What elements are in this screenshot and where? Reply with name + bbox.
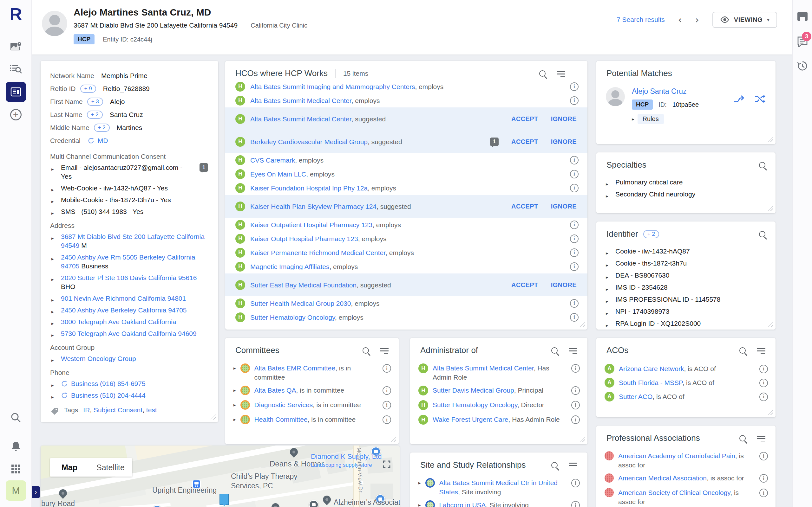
profile-view-active-icon[interactable] [6, 82, 26, 102]
hco-link[interactable]: Wake Forest Urgent Care [433, 416, 508, 423]
search-icon[interactable] [551, 347, 558, 354]
map-poi-label[interactable]: Diamond K Supply, Ltd [311, 452, 382, 461]
ignore-button[interactable]: IGNORE [551, 203, 577, 210]
committee-link[interactable]: Alta Bates EMR Committee [254, 364, 336, 372]
bookmark-tab-icon[interactable] [796, 10, 809, 23]
map-bank-pin[interactable] [309, 500, 318, 507]
viewing-mode-button[interactable]: VIEWING ▾ [712, 12, 777, 28]
hco-link[interactable]: Sutter Health Medical Group 2030 [250, 300, 351, 307]
info-icon[interactable] [570, 234, 578, 243]
aco-link[interactable]: South Florida - MSSP [619, 379, 682, 386]
accept-button[interactable]: ACCEPT [511, 115, 538, 123]
resize-handle[interactable] [768, 206, 773, 211]
map-pin[interactable] [270, 502, 281, 507]
notifications-bell-icon[interactable] [9, 439, 23, 453]
expand-chevron-icon[interactable]: ▸ [234, 388, 236, 393]
expand-chevron-icon[interactable]: ▸ [51, 255, 54, 263]
info-icon[interactable] [570, 221, 578, 229]
search-list-icon[interactable] [9, 62, 23, 76]
info-icon[interactable] [383, 401, 391, 409]
committee-link[interactable]: Alta Bates QA [254, 387, 296, 394]
match-name-link[interactable]: Alejo Santa Cruz [632, 87, 734, 96]
expand-chevron-icon[interactable]: ▸ [51, 331, 54, 340]
aco-link[interactable]: Arizona Care Network [619, 365, 684, 372]
comment-count-badge[interactable]: 1 [200, 163, 208, 172]
expand-chevron-icon[interactable]: ▸ [606, 179, 608, 189]
expand-panel-button[interactable]: › [32, 486, 40, 498]
committee-link[interactable]: Health Committee [254, 416, 308, 423]
info-icon[interactable] [570, 184, 578, 192]
search-icon[interactable] [362, 347, 369, 354]
tag-link[interactable]: IR [83, 406, 90, 413]
expand-chevron-icon[interactable]: ▸ [234, 402, 236, 408]
expand-chevron-icon[interactable]: ▸ [51, 356, 54, 365]
expand-chevron-icon[interactable]: ▸ [234, 365, 236, 371]
info-icon[interactable] [383, 415, 391, 424]
merge-icon[interactable] [734, 94, 745, 124]
info-icon[interactable] [759, 452, 768, 460]
filter-icon[interactable] [557, 71, 565, 76]
expand-chevron-icon[interactable]: ▸ [234, 417, 236, 422]
hco-link[interactable]: Sutter Davis Medical Group [433, 387, 514, 394]
info-icon[interactable] [570, 299, 578, 308]
rules-toggle[interactable]: Rules [638, 114, 664, 124]
sources-count-badge[interactable]: + 2 [94, 124, 110, 132]
account-group-link[interactable]: Western Oncology Group [61, 355, 136, 362]
info-icon[interactable] [571, 479, 580, 487]
filter-icon[interactable] [757, 435, 765, 441]
sidebar-search-icon[interactable] [9, 411, 23, 425]
expand-chevron-icon[interactable]: ▸ [606, 248, 608, 258]
expand-chevron-icon[interactable]: ▸ [606, 191, 608, 201]
hco-link[interactable]: CVS Caremark [250, 157, 295, 164]
info-icon[interactable] [759, 474, 768, 483]
info-icon[interactable] [571, 415, 580, 424]
info-icon[interactable] [571, 386, 580, 395]
hco-link[interactable]: Eyes On Main LLC [250, 170, 306, 178]
add-entity-icon[interactable]: + [9, 108, 23, 122]
info-icon[interactable] [570, 248, 578, 257]
hco-link[interactable]: Kaiser Outpatient Hospital Pharmacy 123 [250, 221, 372, 228]
accept-button[interactable]: ACCEPT [511, 281, 538, 289]
site-link[interactable]: Labcorp in USA [439, 501, 486, 507]
hco-link[interactable]: Magnetic Imaging Affiliates [250, 263, 329, 270]
sources-count-badge[interactable]: + 3 [87, 98, 103, 106]
expand-chevron-icon[interactable]: ▸ [51, 393, 54, 401]
hco-link[interactable]: Berkeley Cardiovascular Medical Group [250, 138, 368, 146]
association-link[interactable]: American Academy of Craniofacial Pain [618, 452, 735, 459]
expand-chevron-icon[interactable]: ▸ [418, 480, 421, 486]
expand-chevron-icon[interactable]: ▸ [51, 307, 54, 316]
association-link[interactable]: American Medical Association [618, 474, 707, 482]
map-poi-label[interactable]: Alzheimer's Association [334, 498, 400, 507]
address-link[interactable]: 901 Nevin Ave Richmond California 94801 [61, 295, 186, 302]
info-icon[interactable] [570, 262, 578, 271]
hco-link[interactable]: Alta Bates Summit Imaging and Mammograph… [250, 83, 415, 90]
history-icon[interactable] [796, 60, 809, 72]
search-icon[interactable] [759, 231, 765, 237]
filter-icon[interactable] [757, 348, 765, 353]
comment-count-badge[interactable]: 1 [490, 137, 499, 146]
association-link[interactable]: American Society of Clinical Oncology [618, 489, 730, 496]
info-icon[interactable] [571, 501, 580, 507]
info-icon[interactable] [570, 313, 578, 322]
reltio-logo[interactable]: R [6, 4, 26, 24]
expand-chevron-icon[interactable]: ▸ [51, 209, 54, 218]
hco-link[interactable]: Sutter Hematology Oncology [433, 401, 517, 408]
not-a-match-icon[interactable] [755, 94, 766, 124]
info-icon[interactable] [759, 489, 768, 497]
map-pin[interactable] [321, 494, 333, 505]
expand-chevron-icon[interactable]: ▸ [51, 296, 54, 304]
next-result-button[interactable]: › [695, 14, 699, 25]
expand-chevron-icon[interactable]: ▸ [51, 275, 54, 284]
expand-chevron-icon[interactable]: ▸ [51, 165, 54, 174]
search-results-link[interactable]: 7 Search results [617, 16, 665, 23]
info-icon[interactable] [570, 82, 578, 91]
address-link[interactable]: 3000 Telegraph Ave Oakland California [61, 318, 176, 326]
map-poi-label[interactable]: Child's Play Therapy Services, PC [231, 471, 326, 491]
hco-link[interactable]: Alta Bates Summit Medical Center [433, 364, 534, 372]
expand-chevron-icon[interactable]: ▸ [606, 308, 608, 318]
hco-link[interactable]: Sutter Hematology Oncology [250, 314, 335, 321]
info-icon[interactable] [570, 96, 578, 105]
search-icon[interactable] [740, 435, 746, 441]
expand-chevron-icon[interactable]: ▸ [51, 234, 54, 243]
apps-grid-icon[interactable] [9, 462, 23, 476]
